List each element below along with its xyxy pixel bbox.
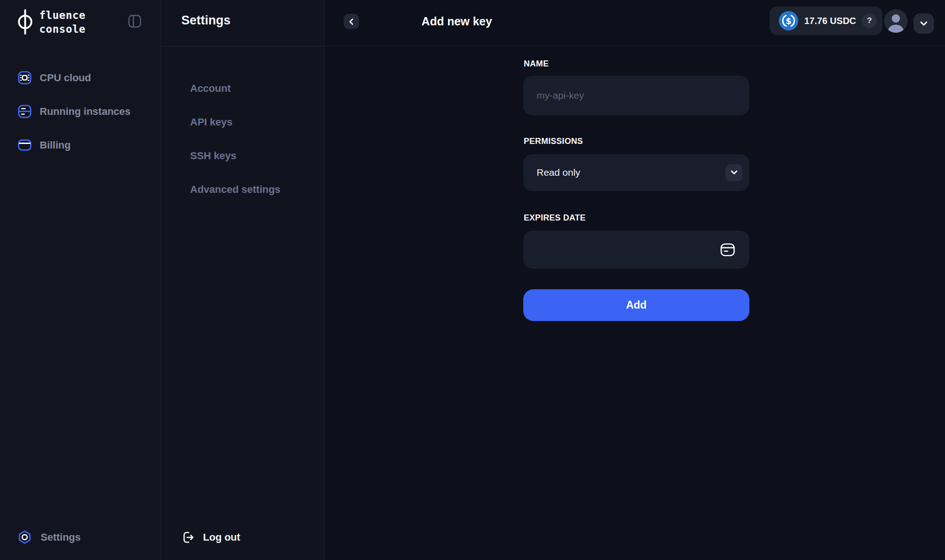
settings-links: Account API keys SSH keys Advanced setti… [190,71,281,206]
sidebar-item-label: Settings [41,531,81,543]
credit-card-icon [18,138,32,152]
logout-button[interactable]: Log out [181,530,240,544]
user-avatar[interactable] [884,9,908,33]
sidebar: fluence console CPU cloud [0,0,161,560]
panel-title: Settings [181,13,231,28]
user-menu-button[interactable] [914,13,934,34]
chevron-down-icon [919,19,928,28]
sidebar-item-cpu-cloud[interactable]: CPU cloud [0,61,161,95]
person-icon [884,9,908,33]
svg-text:$: $ [786,16,792,26]
sidebar-item-settings[interactable]: Settings [18,530,81,544]
name-input[interactable] [523,76,749,115]
sidebar-item-label: CPU cloud [40,72,91,84]
sidebar-item-label: Billing [40,139,71,151]
permissions-selected-value: Read only [537,167,725,178]
calendar-icon[interactable] [719,241,736,258]
permissions-label: PERMISSIONS [524,137,583,146]
server-stack-icon [18,104,32,119]
name-label: NAME [524,59,549,69]
settings-panel: Settings Account API keys SSH keys Advan… [161,0,324,560]
sidebar-collapse-icon[interactable] [127,14,142,29]
balance-amount: 17.76 USDC [804,16,856,26]
cpu-icon [18,71,32,85]
brand-name: fluence console [39,8,85,36]
settings-link-ssh-keys[interactable]: SSH keys [190,139,281,173]
chevron-down-icon [725,164,742,181]
panel-header-divider [161,46,324,47]
sidebar-item-label: Running instances [40,106,131,118]
settings-link-api-keys[interactable]: API keys [190,105,281,139]
sidebar-nav: CPU cloud Running instances Billing [0,61,161,162]
expires-date-field [523,231,749,268]
fluence-phi-icon [17,9,34,35]
help-button[interactable]: ? [862,13,877,28]
expires-date-label: EXPIRES DATE [524,213,586,223]
permissions-select[interactable]: Read only [523,154,749,191]
sidebar-item-running-instances[interactable]: Running instances [0,95,161,128]
logout-label: Log out [203,531,240,543]
chevron-left-icon [347,18,356,26]
usdc-coin-icon: $ [779,11,798,30]
logout-icon [181,530,195,544]
page-title: Add new key [422,15,492,28]
brand-logo[interactable]: fluence console [17,9,85,36]
main-content: Add new key $ 17.76 USDC ? [324,0,945,560]
add-button[interactable]: Add [523,289,749,321]
expires-date-input[interactable] [523,231,749,268]
settings-link-account[interactable]: Account [190,71,281,105]
settings-hexagon-icon [18,530,32,544]
balance-pill[interactable]: $ 17.76 USDC ? [770,6,882,35]
sidebar-item-billing[interactable]: Billing [0,128,161,162]
settings-link-advanced-settings[interactable]: Advanced settings [190,173,281,206]
back-button[interactable] [344,14,359,29]
